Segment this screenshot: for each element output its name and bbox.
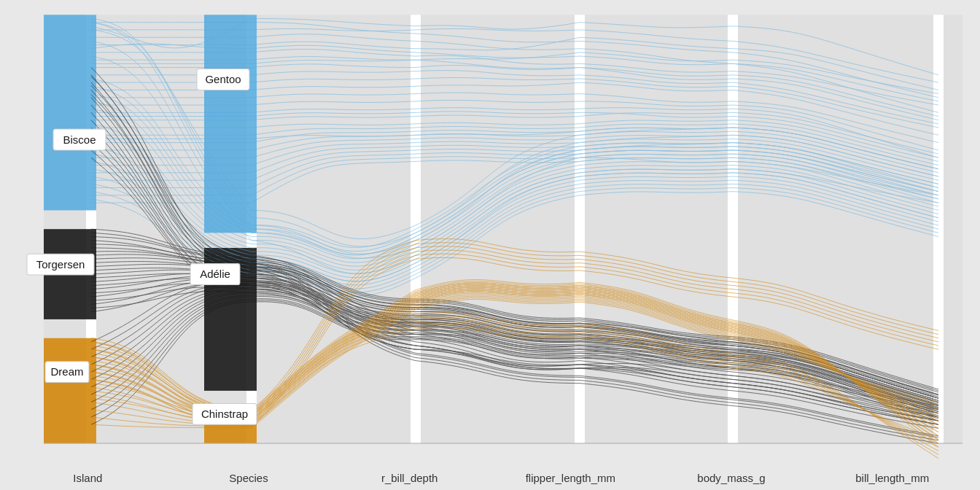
- axis-label-r-bill-depth: r_bill_depth: [329, 472, 490, 484]
- svg-text:Gentoo: Gentoo: [205, 73, 241, 85]
- svg-rect-8: [44, 15, 96, 210]
- axis-label-bill-length: bill_length_mm: [812, 472, 973, 484]
- svg-text:Chinstrap: Chinstrap: [201, 408, 248, 420]
- axis-label-island: Island: [7, 472, 168, 484]
- axis-label-body-mass: body_mass_g: [651, 472, 812, 484]
- chart-container: Biscoe Torgersen Dream Gentoo Adélie Chi…: [0, 0, 980, 490]
- svg-rect-10: [44, 338, 96, 443]
- svg-text:Biscoe: Biscoe: [63, 133, 96, 145]
- axis-labels-row: Island Species r_bill_depth flipper_leng…: [0, 466, 980, 490]
- axis-label-flipper-length: flipper_length_mm: [490, 472, 651, 484]
- svg-text:Adélie: Adélie: [200, 268, 230, 280]
- svg-text:Torgersen: Torgersen: [36, 258, 85, 271]
- axis-label-species: Species: [168, 472, 330, 484]
- chart-area: Biscoe Torgersen Dream Gentoo Adélie Chi…: [7, 7, 973, 466]
- svg-text:Dream: Dream: [51, 365, 84, 378]
- parallel-coordinates-chart: Biscoe Torgersen Dream Gentoo Adélie Chi…: [7, 7, 973, 466]
